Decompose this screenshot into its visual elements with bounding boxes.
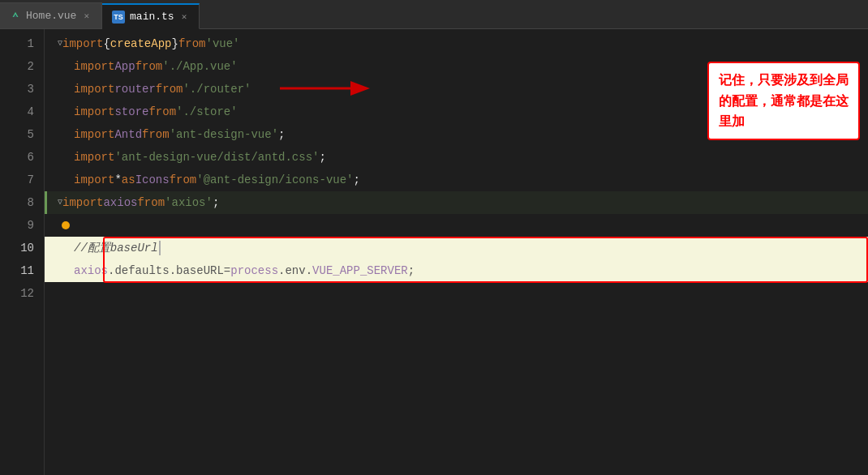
tab-bar: Home.vue ✕ TS main.ts ✕ [0,0,868,29]
code-line-6: import 'ant-design-vue/dist/antd.css' ; [45,146,868,169]
ts-icon: TS [112,11,125,24]
tab-home-vue[interactable]: Home.vue ✕ [0,2,102,28]
code-line-11: axios .defaults.baseURL = process .env. … [45,259,868,282]
ln-9: 9 [0,214,34,237]
ln-7: 7 [0,169,34,191]
ln-5: 5 [0,123,34,146]
annotation-text: 记住，只要涉及到全局的配置，通常都是在这里加 [719,73,849,128]
ln-2: 2 [0,55,34,78]
tab-home-vue-label: Home.vue [26,10,76,22]
ln-11: 11 [0,259,34,282]
code-area: ▽ import { createApp } from 'vue' import… [45,29,868,475]
code-line-9 [45,214,868,237]
code-line-12 [45,282,868,305]
ln-8: 8 [0,191,34,214]
tab-home-vue-close[interactable]: ✕ [81,9,92,23]
vue-icon [10,11,21,22]
editor: 1 2 3 4 5 6 7 8 9 10 11 12 ▽ import { cr… [0,29,868,475]
tab-main-ts-close[interactable]: ✕ [179,10,190,24]
tab-main-ts[interactable]: TS main.ts ✕ [102,3,200,29]
breakpoint-dot [62,221,70,229]
code-line-1: ▽ import { createApp } from 'vue' [45,32,868,55]
line-numbers: 1 2 3 4 5 6 7 8 9 10 11 12 [0,29,45,475]
code-line-7: import * as Icons from '@ant-design/icon… [45,169,868,191]
text-cursor [159,241,161,255]
code-line-8: ▽ import axios from 'axios' ; [45,191,868,214]
tab-main-ts-label: main.ts [130,11,174,23]
code-line-10: //配置baseUrl [45,237,868,259]
annotation-box: 记住，只要涉及到全局的配置，通常都是在这里加 [707,62,860,140]
ln-4: 4 [0,101,34,123]
ln-3: 3 [0,78,34,101]
ln-10: 10 [0,237,34,259]
ln-1: 1 [0,32,34,55]
ln-12: 12 [0,282,34,305]
ln-6: 6 [0,146,34,169]
